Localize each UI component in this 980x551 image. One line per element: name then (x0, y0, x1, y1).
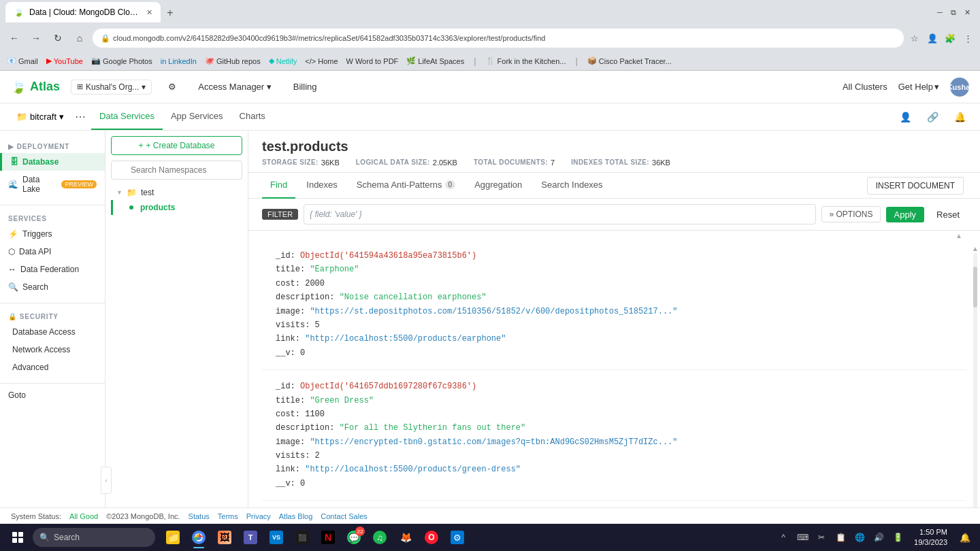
bookmark-github[interactable]: 🐙 GitHub repos (205, 56, 261, 65)
sidebar-item-goto[interactable]: Goto (0, 386, 105, 404)
share-icon-button[interactable]: 🔗 (923, 107, 942, 127)
get-help-link[interactable]: Get Help ▾ (898, 82, 939, 92)
contact-sales-link[interactable]: Contact Sales (321, 512, 367, 520)
sidebar-item-database-access[interactable]: Database Access (0, 323, 105, 341)
tab-data-services[interactable]: Data Services (91, 104, 163, 130)
tab-schema-anti-patterns[interactable]: Schema Anti-Patterns 0 (348, 173, 463, 199)
taskbar-clock[interactable]: 1:50 PM 19/3/2023 (909, 527, 953, 548)
taskbar-netflix[interactable]: N (316, 525, 340, 550)
bookmark-linkedin[interactable]: in LinkedIn (161, 57, 197, 65)
indexes-size-stat: INDEXES TOTAL SIZE: 36KB (571, 158, 670, 167)
org-selector[interactable]: ⊞ Kushal's Org... ▾ (71, 80, 152, 95)
taskbar-chrome[interactable] (186, 525, 211, 550)
status-link[interactable]: Status (189, 512, 210, 520)
bookmark-star-icon[interactable]: ☆ (908, 31, 921, 45)
tray-volume-icon[interactable]: 🔊 (870, 529, 887, 546)
browser-tab-active[interactable]: 🍃 Data | Cloud: MongoDB Cloud ✕ (5, 2, 161, 22)
system-status-value: All Good (69, 512, 98, 520)
bookmark-fork[interactable]: 🍴 Fork in the Kitchen... (486, 56, 566, 65)
sidebar-item-data-federation[interactable]: ↔ Data Federation (0, 261, 105, 278)
tray-caret-icon[interactable]: ^ (775, 529, 791, 546)
tab-aggregation[interactable]: Aggregation (466, 173, 530, 199)
menu-icon[interactable]: ⋮ (961, 31, 975, 45)
bookmark-netlify[interactable]: ◆ Netlify (269, 56, 297, 65)
bookmark-photos[interactable]: 📷 Google Photos (91, 56, 152, 65)
taskbar-notification-button[interactable]: 🔔 (956, 528, 975, 547)
taskbar-settings[interactable]: ⚙ (445, 525, 470, 550)
taskbar-whatsapp[interactable]: 💬 22 (342, 525, 366, 550)
tab-charts[interactable]: Charts (231, 104, 274, 130)
sidebar-item-data-lake[interactable]: 🌊 Data Lake PREVIEW (0, 171, 105, 198)
tray-scissors-icon[interactable]: ✂ (813, 529, 830, 546)
back-button[interactable]: ← (5, 29, 23, 47)
sidebar: ▶ DEPLOYMENT 🗄 Database 🌊 Data Lake PREV… (0, 131, 105, 507)
window-restore-button[interactable]: ⧉ (949, 7, 958, 17)
sidebar-item-triggers[interactable]: ⚡ Triggers (0, 225, 105, 243)
taskbar-teams[interactable]: T (238, 525, 263, 550)
bell-icon-button[interactable]: 🔔 (950, 107, 969, 127)
tab-close-icon[interactable]: ✕ (146, 8, 152, 17)
tray-battery-icon[interactable]: 🔋 (889, 529, 906, 546)
filter-input[interactable] (304, 204, 816, 224)
access-manager-link[interactable]: Access Manager ▾ (193, 79, 276, 95)
taskbar-file-explorer[interactable]: 📁 (161, 525, 185, 550)
sidebar-item-advanced[interactable]: Advanced (0, 358, 105, 376)
home-button[interactable]: ⌂ (71, 29, 88, 47)
all-clusters-link[interactable]: All Clusters (843, 82, 887, 92)
bookmark-youtube[interactable]: ▶ YouTube (46, 56, 83, 65)
bookmark-lifeat[interactable]: 🌿 LifeAt Spaces (406, 56, 464, 65)
tray-clipboard-icon[interactable]: 📋 (832, 529, 849, 546)
nav-gear-icon[interactable]: ⚙ (163, 79, 182, 95)
user-avatar[interactable]: Kushal (950, 78, 969, 97)
insert-document-button[interactable]: INSERT DOCUMENT (867, 177, 964, 195)
taskbar-terminal[interactable]: ⬛ (290, 525, 314, 550)
taskbar-firefox[interactable]: 🦊 (393, 525, 418, 550)
taskbar-vscode[interactable]: VS (264, 525, 289, 550)
profile-icon[interactable]: 👤 (926, 31, 939, 45)
tray-network-icon[interactable]: 🌐 (851, 529, 868, 546)
window-close-button[interactable]: ✕ (962, 7, 972, 17)
refresh-button[interactable]: ↻ (49, 29, 67, 47)
apply-button-label: Apply (894, 210, 917, 220)
sidebar-item-database[interactable]: 🗄 Database (0, 153, 105, 171)
privacy-link[interactable]: Privacy (246, 512, 271, 520)
bookmark-cisco[interactable]: 📦 Cisco Packet Tracer... (587, 56, 672, 65)
tab-find[interactable]: Find (262, 173, 295, 199)
project-more-button[interactable]: ⋯ (69, 107, 91, 126)
start-button[interactable] (5, 525, 30, 550)
taskbar-spotify[interactable]: ♫ (368, 525, 392, 550)
collapse-sidebar-button[interactable]: ‹ (101, 467, 112, 494)
forward-button[interactable]: → (27, 29, 45, 47)
taskbar-search-bar[interactable]: 🔍 Search (33, 528, 155, 547)
db-panel: + + Create Database 🔍 ▼ 📁 test products (105, 131, 248, 507)
bookmark-word2pdf[interactable]: W Word to PDF (346, 57, 399, 65)
project-selector[interactable]: 📁 bitcraft ▾ (11, 109, 69, 124)
new-tab-button[interactable]: + (161, 3, 180, 22)
apply-button[interactable]: Apply (886, 207, 925, 222)
sidebar-item-network-access[interactable]: Network Access (0, 341, 105, 358)
tab-search-indexes[interactable]: Search Indexes (533, 173, 610, 199)
create-database-button[interactable]: + + Create Database (111, 136, 242, 155)
options-button[interactable]: » OPTIONS (821, 206, 880, 222)
reset-button[interactable]: Reset (930, 207, 966, 222)
address-input[interactable]: 🔒 cloud.mongodb.com/v2/64158282d9e30400c… (93, 29, 904, 48)
sidebar-item-data-api[interactable]: ⬡ Data API (0, 243, 105, 261)
db-tree-test[interactable]: ▼ 📁 test (111, 185, 242, 200)
user-icon-button[interactable]: 👤 (896, 107, 915, 127)
extension-icon[interactable]: 🧩 (943, 31, 957, 45)
db-tree-products[interactable]: products (111, 200, 242, 215)
tab-app-services[interactable]: App Services (163, 104, 231, 130)
atlas-logo[interactable]: 🍃 Atlas (11, 80, 60, 95)
terms-link[interactable]: Terms (218, 512, 238, 520)
billing-link[interactable]: Billing (288, 79, 323, 95)
db-search-input[interactable] (111, 161, 242, 180)
window-minimize-button[interactable]: ─ (935, 7, 945, 17)
taskbar-photo-viewer[interactable]: 🖼 (212, 525, 237, 550)
tray-keyboard-icon[interactable]: ⌨ (794, 529, 811, 546)
bookmark-gmail[interactable]: 📧 Gmail (7, 56, 38, 65)
atlas-blog-link[interactable]: Atlas Blog (279, 512, 313, 520)
taskbar-opera[interactable]: O (419, 525, 444, 550)
bookmark-home[interactable]: </> Home (305, 57, 338, 65)
tab-indexes[interactable]: Indexes (298, 173, 346, 199)
sidebar-item-search[interactable]: 🔍 Search (0, 278, 105, 296)
